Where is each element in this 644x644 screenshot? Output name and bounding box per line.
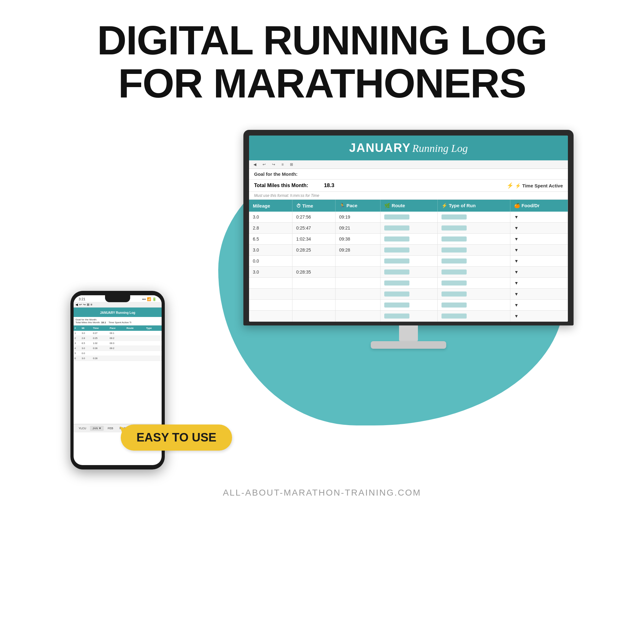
- route-bar: [384, 247, 409, 253]
- phone-toolbar-back[interactable]: ◀: [75, 303, 78, 306]
- col-mileage: Mileage: [249, 200, 292, 212]
- table-cell: [335, 311, 380, 322]
- table-cell: ▼: [510, 212, 568, 223]
- table-row: 3.00:27:5609:19▼: [249, 212, 568, 223]
- phone-table-cell: 09:1: [109, 331, 126, 336]
- table-row: 0.0▼: [249, 256, 568, 267]
- toolbar-undo[interactable]: ↩: [261, 162, 268, 167]
- time-label: ⚡ ⚡ Time Spent Active: [507, 182, 563, 189]
- phone-goal-label: Goal for the Month:: [75, 318, 97, 321]
- phone-notch: [105, 295, 130, 302]
- toolbar-redo[interactable]: ↪: [270, 162, 277, 167]
- phone-time: 3:21: [79, 297, 85, 301]
- phone-table-cell: [109, 351, 126, 356]
- phone-table-cell: 2.8: [81, 336, 92, 341]
- toolbar-format[interactable]: ≡: [280, 162, 286, 167]
- phone-col-num: #: [74, 325, 81, 331]
- table-cell: ▼: [510, 300, 568, 311]
- phone-table-cell: 3.0: [81, 346, 92, 351]
- table-cell: 3.0: [249, 267, 292, 278]
- route-bar: [384, 314, 409, 319]
- table-cell: 09:19: [335, 212, 380, 223]
- phone-table-cell: 0.0: [81, 351, 92, 356]
- type-bar: [441, 214, 467, 219]
- phone-tab-jan[interactable]: JAN ▼: [90, 426, 104, 431]
- table-cell: 0:25:47: [292, 223, 335, 234]
- table-cell: 3.0: [249, 212, 292, 223]
- phone-table-cell: 0:28: [92, 356, 108, 361]
- table-row: ▼: [249, 300, 568, 311]
- phone-col-time: Time: [92, 325, 108, 331]
- phone-table-cell: [145, 336, 162, 341]
- table-cell: [380, 278, 438, 289]
- title-line1: DIGITAL RUNNING LOG: [97, 17, 547, 63]
- spreadsheet-table: Mileage ⏱ Time 🏃 Pace 🌿 Route ⚡ Type of …: [249, 200, 568, 322]
- table-cell: 6.5: [249, 234, 292, 245]
- goal-label: Goal for the Month:: [254, 171, 297, 177]
- phone-toolbar-icon1[interactable]: ⊞: [87, 303, 89, 306]
- page-container: DIGITAL RUNNING LOG FOR MARATHONERS JANU…: [0, 0, 644, 644]
- phone-tab-ylcu[interactable]: YLCU: [76, 426, 89, 431]
- table-cell: [380, 245, 438, 256]
- table-cell: ▼: [510, 278, 568, 289]
- phone-miles-row: Total Miles this Month: 18.1 Time Spent …: [75, 321, 160, 324]
- phone-toolbar: ◀ ↩ ↪ ⊞ ≡: [74, 302, 162, 308]
- type-bar: [441, 236, 467, 241]
- monitor-neck: [399, 325, 418, 341]
- phone-table-row: 43.00:2809:2: [74, 346, 162, 351]
- phone-header-row: # Mi Time Pace Route Type: [74, 325, 162, 331]
- running-log-label: Running Log: [412, 142, 468, 154]
- type-bar: [441, 225, 467, 230]
- table-cell: [335, 267, 380, 278]
- phone-header-text: JANUARY Running Log: [100, 311, 135, 314]
- phone-table-cell: [125, 351, 145, 356]
- table-cell: [249, 289, 292, 300]
- col-food: 🍊 Food/Dr: [510, 200, 568, 212]
- phone-table-cell: 0:28: [92, 346, 108, 351]
- phone-col-mileage: Mi: [81, 325, 92, 331]
- table-cell: [437, 300, 510, 311]
- phone-table-cell: 3.0: [81, 331, 92, 336]
- phone-table-cell: 1: [74, 331, 81, 336]
- table-cell: [335, 300, 380, 311]
- table-cell: 3.0: [249, 245, 292, 256]
- phone-table-row: 22.80:2509:2: [74, 336, 162, 341]
- month-bold-label: JANUARY: [349, 141, 411, 154]
- table-cell: 09:38: [335, 234, 380, 245]
- toolbar-back[interactable]: ◀: [252, 162, 258, 167]
- phone-table-cell: [92, 351, 108, 356]
- phone-table-cell: 0:27: [92, 331, 108, 336]
- type-bar: [441, 269, 467, 275]
- route-bar: [384, 291, 409, 297]
- toolbar-grid[interactable]: ⊞: [288, 162, 295, 167]
- table-cell: 0:28:25: [292, 245, 335, 256]
- route-bar: [384, 303, 409, 308]
- table-cell: [437, 212, 510, 223]
- phone-tab-feb[interactable]: FEB: [105, 426, 116, 431]
- website-url: ALL-ABOUT-MARATHON-TRAINING.COM: [223, 488, 421, 498]
- table-cell: ▼: [510, 223, 568, 234]
- table-cell: 09:21: [335, 223, 380, 234]
- table-row: 2.80:25:4709:21▼: [249, 223, 568, 234]
- table-cell: [437, 245, 510, 256]
- phone-toolbar-icon2[interactable]: ≡: [91, 303, 92, 306]
- route-bar: [384, 236, 409, 241]
- monitor-body: JANUARY Running Log ◀ ↩ ↪ ≡ ⊞: [243, 130, 574, 349]
- route-bar: [384, 269, 409, 275]
- phone-table-cell: 4: [74, 346, 81, 351]
- table-cell: [437, 256, 510, 267]
- phone-toolbar-redo[interactable]: ↪: [83, 303, 86, 306]
- table-cell: ▼: [510, 256, 568, 267]
- table-cell: [292, 300, 335, 311]
- phone-goal-row: Goal for the Month:: [75, 318, 160, 321]
- table-cell: [335, 278, 380, 289]
- route-bar: [384, 214, 409, 219]
- phone-table-cell: 09:2: [109, 346, 126, 351]
- miles-value: 18.3: [324, 182, 334, 189]
- type-bar: [441, 291, 467, 297]
- phone-table-cell: 6.5: [81, 341, 92, 346]
- phone-table-cell: 3.0: [81, 356, 92, 361]
- desktop-monitor: JANUARY Running Log ◀ ↩ ↪ ≡ ⊞: [243, 130, 574, 349]
- table-cell: [380, 212, 438, 223]
- phone-toolbar-undo[interactable]: ↩: [79, 303, 82, 306]
